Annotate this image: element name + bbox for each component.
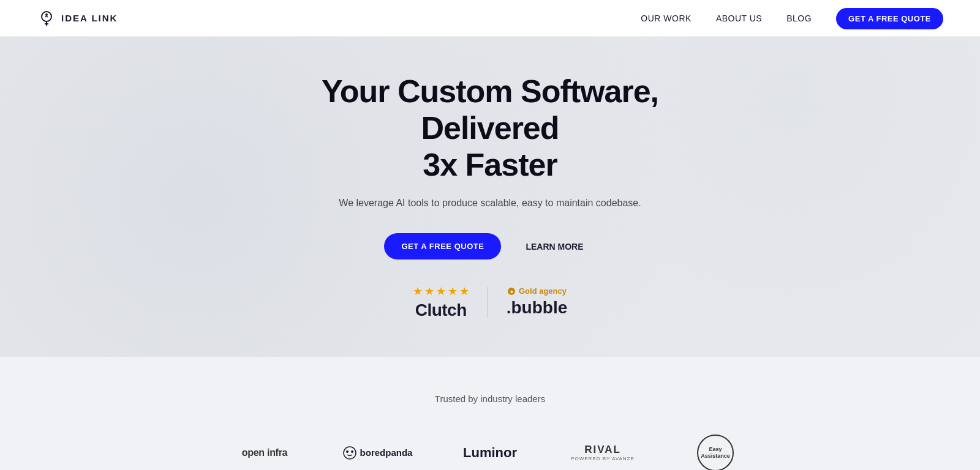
svg-point-1 [45,13,48,16]
star-5: ★ [459,285,469,298]
logo-link[interactable]: IDEA LINK [37,9,118,28]
hero-badges: ★ ★ ★ ★ ★ Clutch ✦ Gold agenc [276,285,704,320]
boredpanda-icon [342,446,357,460]
bubble-logo-text: .bubble [507,298,568,318]
gold-agency-icon: ✦ [507,287,516,296]
nav-blog[interactable]: BLOG [786,13,812,23]
clutch-name: Clutch [415,300,467,320]
trusted-title: Trusted by industry leaders [24,394,956,404]
svg-point-4 [344,447,356,459]
hero-content: Your Custom Software, Delivered 3x Faste… [276,73,704,320]
hero-section: Your Custom Software, Delivered 3x Faste… [0,37,980,357]
bubble-badge: ✦ Gold agency .bubble [488,286,586,318]
navbar: IDEA LINK OUR WORK ABOUT US BLOG GET A F… [0,0,980,37]
nav-links: OUR WORK ABOUT US BLOG GET A FREE QUOTE [641,13,943,24]
logo-icon [37,9,56,28]
logo-rival: RIVAL POWERED BY AVANZE [552,438,653,468]
star-1: ★ [413,285,423,298]
hero-learn-more-button[interactable]: LEARN MORE [513,233,595,260]
nav-get-quote-button[interactable]: GET A FREE QUOTE [836,8,943,29]
hero-subtitle: We leverage AI tools to produce scalable… [276,195,704,211]
star-2: ★ [424,285,434,298]
clutch-stars: ★ ★ ★ ★ ★ [413,285,469,298]
hero-buttons: GET A FREE QUOTE LEARN MORE [276,233,704,260]
gold-agency-label: ✦ Gold agency [507,286,567,296]
nav-about-us[interactable]: ABOUT US [716,13,762,23]
hero-title: Your Custom Software, Delivered 3x Faste… [276,73,704,183]
logo-luminor: Luminor [440,439,540,467]
star-3: ★ [436,285,446,298]
svg-point-5 [346,450,349,453]
logo-text: IDEA LINK [61,13,118,23]
nav-our-work[interactable]: OUR WORK [641,13,692,23]
logos-grid: open infra boredpanda Luminor RIVAL POWE… [214,428,766,470]
svg-text:✦: ✦ [509,289,513,294]
star-4: ★ [448,285,458,298]
trusted-section: Trusted by industry leaders open infra b… [0,357,980,470]
logo-boredpanda: boredpanda [327,439,428,466]
clutch-badge: ★ ★ ★ ★ ★ Clutch [394,285,488,320]
logo-easy-assistance: EasyAssistance [665,428,766,470]
logo-open-infra: open infra [214,441,315,464]
hero-get-quote-button[interactable]: GET A FREE QUOTE [384,233,501,259]
svg-point-6 [351,450,353,453]
